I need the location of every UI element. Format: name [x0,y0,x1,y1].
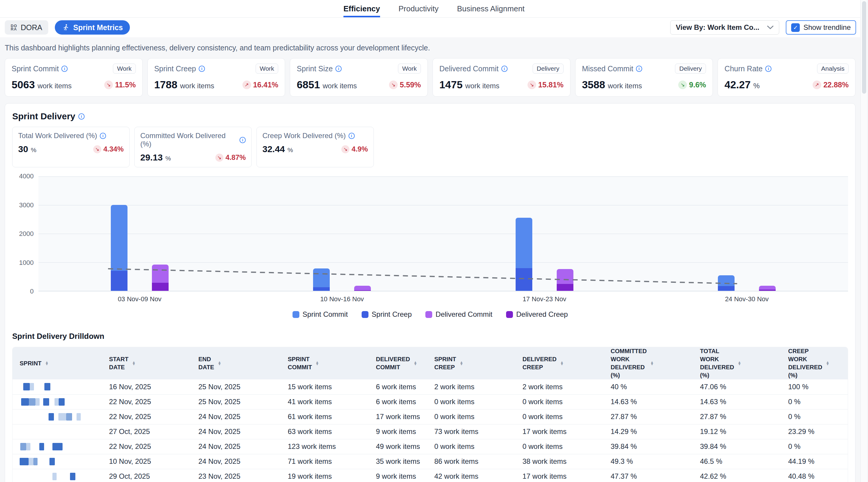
column-header-inner: SPRINT COMMIT▲▼ [288,355,369,371]
y-axis-tick: 3000 [19,201,34,209]
bar-segment-sprint-creep [516,268,532,291]
sort-icon[interactable]: ▲▼ [826,361,829,366]
view-by-dropdown[interactable]: View By: Work Item Co... [670,20,779,35]
metric-value-group: 3588work items [582,79,642,91]
column-header-committed[interactable]: COMMITTED WORK DELIVERED (%)▲▼ [603,347,693,379]
table-row: 22 Nov, 202524 Nov, 2025123 work items49… [12,439,848,454]
sort-icon[interactable]: ▲▼ [315,361,319,366]
sort-icon[interactable]: ▲▼ [650,361,654,366]
sort-icon[interactable]: ▲▼ [460,361,463,366]
y-axis-tick: 2000 [19,230,34,238]
metric-value-group: 1788work items [154,79,214,91]
column-header-inner: SPRINT▲▼ [20,360,102,367]
tab-productivity[interactable]: Productivity [399,0,438,17]
bar-segment-delivered-creep [759,290,776,291]
table-cell: 47.37 % [603,469,693,482]
table-cell: 35 work items [369,454,427,469]
subcard-title: Committed Work Delivered (%)i [140,132,246,148]
legend-label: Sprint Commit [303,310,348,318]
table-cell: 71 work items [281,454,369,469]
column-header-inner: TOTAL WORK DELIVERED (%)▲▼ [700,347,781,379]
sort-icon[interactable]: ▲▼ [45,361,49,366]
column-header-sprint[interactable]: SPRINT COMMIT▲▼ [281,347,369,379]
info-icon[interactable]: i [199,66,205,72]
table-cell: 25 Nov, 2025 [191,394,281,409]
trend-value: 5.59% [400,81,421,89]
column-header-total[interactable]: TOTAL WORK DELIVERED (%)▲▼ [693,347,781,379]
table-cell: 39.84 % [693,439,781,454]
metric-card-title: Sprint Commiti [11,64,68,73]
redaction-block [43,398,49,406]
sort-icon[interactable]: ▲▼ [413,361,417,366]
info-icon[interactable]: i [61,66,68,72]
legend-item-sprint-commit[interactable]: Sprint Commit [292,310,348,318]
column-header-start[interactable]: START DATE▲▼ [102,347,191,379]
panel-title-row: Sprint Delivery i [12,111,848,121]
metric-card-label: Missed Commit [582,64,633,73]
subcard-value-row: 30%↘4.34% [18,144,124,154]
column-header-sprint[interactable]: SPRINT CREEP▲▼ [427,347,515,379]
redaction-block [21,398,29,406]
redaction-block [30,383,34,391]
info-icon[interactable]: i [78,113,85,120]
column-header-sprint[interactable]: SPRINT▲▼ [12,347,102,379]
table-cell: 22 Nov, 2025 [102,439,191,454]
subcard-value-row: 29.13%↘4.87% [140,152,246,163]
page-scrollbar-thumb[interactable] [862,1,866,94]
info-icon[interactable]: i [100,133,106,139]
column-header-inner: COMMITTED WORK DELIVERED (%)▲▼ [611,347,693,379]
legend-item-sprint-creep[interactable]: Sprint Creep [362,310,412,318]
metric-card: Sprint CommitiWork5063work items↘11.5% [5,58,143,97]
sort-icon[interactable]: ▲▼ [560,361,564,366]
y-axis-tick: 0 [30,287,34,295]
column-header-end[interactable]: END DATE▲▼ [191,347,281,379]
sort-icon[interactable]: ▲▼ [218,361,221,366]
legend-item-delivered-creep[interactable]: Delivered Creep [506,310,568,318]
table-cell: 42.62 % [693,469,781,482]
column-header-delivered[interactable]: DELIVERED COMMIT▲▼ [369,347,427,379]
table-cell: 0 work items [515,394,603,409]
column-header-delivered[interactable]: DELIVERED CREEP▲▼ [515,347,603,379]
metric-card-badge: Delivery [675,63,706,74]
column-header-creep[interactable]: CREEP WORK DELIVERED (%)▲▼ [781,347,848,379]
table-cell: 24 Nov, 2025 [191,409,281,424]
table-cell: 14.63 % [693,394,781,409]
trend-indicator: ↘9.6% [678,81,706,89]
sprint-cell [12,454,102,469]
sprint-metrics-button[interactable]: Sprint Metrics [55,20,130,35]
info-icon[interactable]: i [765,66,772,72]
table-cell: 47.06 % [693,379,781,394]
table-cell: 19 work items [281,469,369,482]
subcard-value-group: 30% [18,144,36,154]
table-cell: 22 Nov, 2025 [102,394,191,409]
info-icon[interactable]: i [636,66,642,72]
sort-icon[interactable]: ▲▼ [738,361,741,366]
info-icon[interactable]: i [335,66,342,72]
legend-item-delivered-commit[interactable]: Delivered Commit [425,310,492,318]
metric-card-title: Sprint Sizei [297,64,342,73]
dashboard-description: This dashboard highlights planning effec… [5,44,856,52]
table-cell: 40.48 % [781,469,848,482]
table-cell: 23 Nov, 2025 [191,469,281,482]
metric-value: 3588 [582,79,605,91]
bar-segment-delivered-commit [557,269,574,284]
bar-segment-delivered-creep [557,284,574,291]
metric-card-header: Missed CommitiDelivery [582,63,706,74]
table-cell: 0 work items [515,439,603,454]
table-cell: 2 work items [427,379,515,394]
bar-segment-delivered-creep [354,290,371,291]
checkbox-checked-icon[interactable]: ✓ [791,23,800,32]
tab-efficiency[interactable]: Efficiency [343,0,380,17]
sort-icon[interactable]: ▲▼ [132,361,135,366]
info-icon[interactable]: i [348,133,355,139]
delivery-subcard: Total Work Delivered (%)i30%↘4.34% [12,127,130,167]
info-icon[interactable]: i [240,137,246,143]
tab-business-alignment[interactable]: Business Alignment [457,0,525,17]
metric-unit: work items [322,82,357,90]
bar-segment-delivered-commit [354,286,371,290]
info-icon[interactable]: i [501,66,507,72]
table-row: 22 Nov, 202525 Nov, 202541 work items6 w… [12,394,848,409]
show-trendline-toggle[interactable]: ✓ Show trendline [786,20,856,35]
table-cell: 0 work items [515,409,603,424]
dora-button[interactable]: DORA DORA [5,20,48,35]
